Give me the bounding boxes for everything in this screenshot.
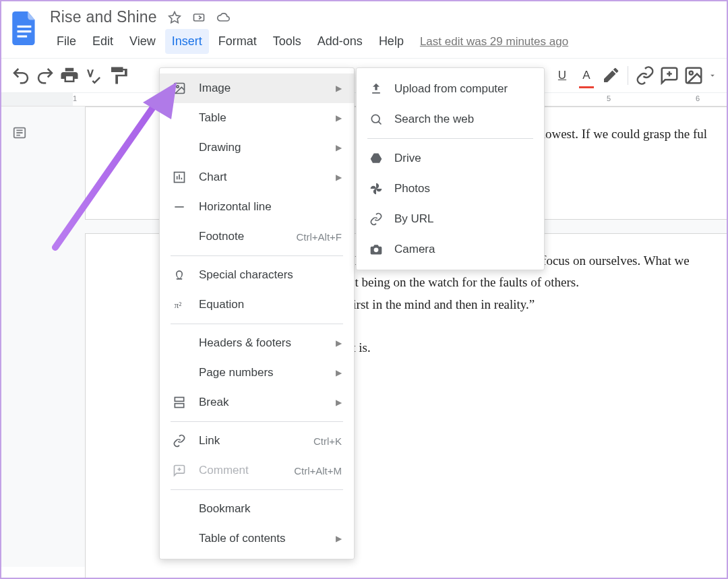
search-icon bbox=[369, 113, 384, 126]
omega-icon bbox=[172, 268, 187, 282]
cloud-status-icon[interactable] bbox=[216, 11, 230, 24]
add-comment-button[interactable] bbox=[659, 65, 679, 86]
menu-item-label: Drawing bbox=[199, 141, 324, 154]
upload-icon bbox=[369, 82, 384, 96]
menu-bar: File Edit View Insert Format Tools Add-o… bbox=[50, 29, 568, 54]
docs-logo[interactable] bbox=[9, 8, 40, 49]
link-icon bbox=[172, 434, 187, 448]
svg-point-8 bbox=[177, 86, 179, 88]
insert-link-button[interactable] bbox=[635, 65, 655, 86]
menu-divider bbox=[367, 138, 533, 139]
menu-item-label: Drive bbox=[394, 152, 532, 165]
menu-tools[interactable]: Tools bbox=[266, 29, 308, 54]
insert-item-horizontal-line[interactable]: Horizontal line bbox=[160, 192, 354, 222]
image-item-search-the-web[interactable]: Search the web bbox=[357, 104, 544, 134]
chevron-right-icon: ▶ bbox=[336, 534, 342, 543]
menu-format[interactable]: Format bbox=[212, 29, 264, 54]
insert-item-drawing[interactable]: Drawing▶ bbox=[160, 133, 354, 162]
insert-item-equation[interactable]: π²Equation bbox=[160, 290, 354, 319]
insert-item-table[interactable]: Table▶ bbox=[160, 103, 354, 133]
highlight-button[interactable] bbox=[601, 65, 621, 86]
svg-rect-2 bbox=[18, 35, 28, 37]
break-icon bbox=[172, 396, 187, 409]
menu-item-label: Break bbox=[199, 396, 324, 409]
more-toolbar-icon[interactable] bbox=[708, 65, 717, 86]
svg-rect-0 bbox=[18, 26, 32, 28]
insert-item-break[interactable]: Break▶ bbox=[160, 388, 354, 417]
menu-insert[interactable]: Insert bbox=[165, 29, 209, 54]
ruler-mark: 6 bbox=[696, 94, 700, 102]
ruler-mark: 1 bbox=[73, 94, 77, 102]
hline-icon bbox=[172, 200, 187, 214]
underline-button[interactable]: U bbox=[552, 65, 572, 86]
print-button[interactable] bbox=[59, 65, 80, 86]
menu-item-label: Camera bbox=[394, 243, 532, 256]
insert-item-link[interactable]: LinkCtrl+K bbox=[160, 426, 354, 456]
chevron-right-icon: ▶ bbox=[336, 143, 342, 152]
chevron-right-icon: ▶ bbox=[336, 368, 342, 377]
svg-point-13 bbox=[371, 115, 380, 123]
star-icon[interactable] bbox=[168, 11, 181, 24]
shortcut-label: Ctrl+Alt+M bbox=[294, 465, 342, 477]
image-item-photos[interactable]: Photos bbox=[357, 173, 544, 204]
chevron-right-icon: ▶ bbox=[336, 338, 342, 348]
menu-item-label: Equation bbox=[199, 298, 342, 311]
ruler-mark: 5 bbox=[607, 94, 611, 102]
paint-format-button[interactable] bbox=[108, 65, 128, 86]
redo-button[interactable] bbox=[35, 65, 55, 86]
menu-item-label: Footnote bbox=[199, 230, 284, 243]
menu-item-label: Special characters bbox=[199, 268, 342, 282]
undo-button[interactable] bbox=[11, 65, 31, 86]
image-item-drive[interactable]: Drive bbox=[357, 143, 544, 173]
toolbar-separator bbox=[628, 66, 628, 85]
menu-item-label: Photos bbox=[394, 182, 532, 195]
chart-icon bbox=[172, 171, 187, 184]
link-icon bbox=[369, 212, 384, 226]
insert-item-headers-footers[interactable]: Headers & footers▶ bbox=[160, 328, 354, 358]
pi-icon: π² bbox=[172, 298, 187, 311]
document-text: , it is. bbox=[348, 315, 707, 359]
insert-item-page-numbers[interactable]: Page numbers▶ bbox=[160, 358, 354, 388]
svg-rect-12 bbox=[175, 404, 183, 408]
chevron-right-icon: ▶ bbox=[336, 113, 342, 123]
menu-help[interactable]: Help bbox=[372, 29, 411, 54]
chevron-right-icon: ▶ bbox=[336, 173, 342, 182]
svg-rect-11 bbox=[175, 398, 183, 402]
menu-item-label: Page numbers bbox=[199, 366, 324, 379]
menu-item-label: Chart bbox=[199, 171, 324, 184]
menu-item-label: Search the web bbox=[394, 113, 532, 126]
menu-addons[interactable]: Add-ons bbox=[311, 29, 369, 54]
move-icon[interactable] bbox=[192, 11, 206, 24]
insert-item-bookmark[interactable]: Bookmark bbox=[160, 494, 354, 524]
menu-divider bbox=[171, 489, 343, 490]
last-edit-link[interactable]: Last edit was 29 minutes ago bbox=[420, 35, 568, 49]
menu-item-label: Upload from computer bbox=[394, 82, 532, 96]
image-item-camera[interactable]: Camera bbox=[357, 234, 544, 264]
insert-image-button[interactable] bbox=[684, 65, 704, 86]
image-item-by-url[interactable]: By URL bbox=[357, 204, 544, 234]
menu-item-label: Headers & footers bbox=[199, 336, 324, 350]
insert-item-table-of-contents[interactable]: Table of contents▶ bbox=[160, 524, 354, 553]
shortcut-label: Ctrl+Alt+F bbox=[296, 231, 342, 243]
outline-toggle-icon[interactable] bbox=[12, 125, 27, 140]
image-item-upload-from-computer[interactable]: Upload from computer bbox=[357, 73, 544, 104]
menu-file[interactable]: File bbox=[50, 29, 83, 54]
text-color-button[interactable]: A bbox=[576, 65, 597, 86]
insert-item-special-characters[interactable]: Special characters bbox=[160, 260, 354, 290]
menu-item-label: Horizontal line bbox=[199, 200, 342, 214]
image-icon bbox=[172, 82, 187, 95]
insert-item-image[interactable]: Image▶ bbox=[160, 73, 354, 103]
svg-rect-1 bbox=[18, 30, 32, 32]
shortcut-label: Ctrl+K bbox=[313, 435, 342, 447]
document-title[interactable]: Rise and Shine bbox=[50, 8, 157, 26]
insert-item-footnote[interactable]: FootnoteCtrl+Alt+F bbox=[160, 222, 354, 251]
menu-edit[interactable]: Edit bbox=[86, 29, 120, 54]
document-text: first in the mind and then in reality.” bbox=[348, 294, 707, 315]
comment-icon bbox=[172, 464, 187, 477]
insert-item-chart[interactable]: Chart▶ bbox=[160, 162, 354, 192]
insert-item-comment[interactable]: CommentCtrl+Alt+M bbox=[160, 456, 354, 485]
spellcheck-button[interactable] bbox=[84, 65, 104, 86]
menu-item-label: Image bbox=[199, 82, 324, 95]
menu-view[interactable]: View bbox=[123, 29, 162, 54]
photos-icon bbox=[369, 182, 384, 195]
